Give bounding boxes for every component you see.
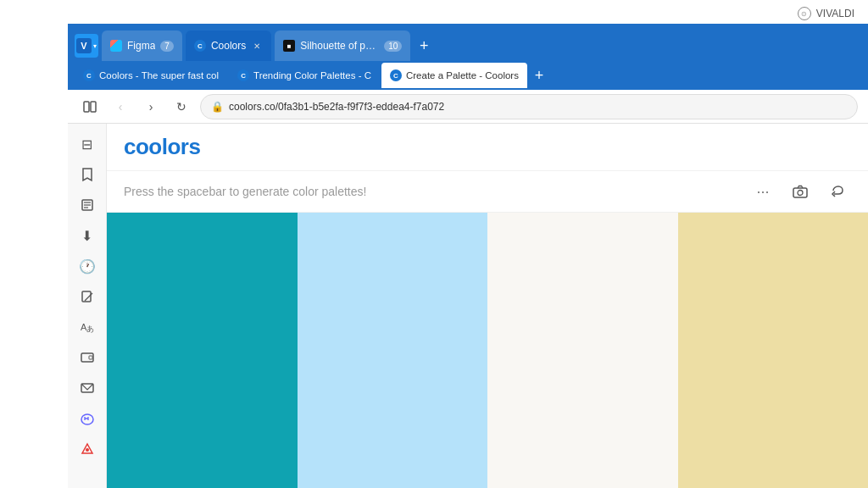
silhouette-tab-label: Silhouette of person st [300, 40, 379, 52]
sidebar-vivaldi-icon[interactable] [74, 435, 101, 463]
sub-tab-trending-label: Trending Color Palettes - C [253, 70, 371, 80]
vivaldi-v-icon: V [76, 38, 92, 53]
silhouette-favicon: ■ [283, 40, 295, 52]
silhouette-tab-count: 10 [384, 41, 402, 52]
navigation-bar: ‹ › ↻ 🔒 coolors.co/0fa3b1-b5e2fa-f9f7f3-… [68, 90, 868, 124]
swatch-off-white[interactable] [487, 213, 678, 488]
figma-tab-count: 7 [160, 41, 174, 52]
sidebar-bookmark-icon[interactable] [74, 161, 101, 188]
figma-tab-label: Figma [127, 40, 155, 52]
forward-button[interactable]: › [139, 95, 163, 119]
svg-point-16 [798, 191, 803, 196]
sidebar-history-icon[interactable]: 🕐 [74, 252, 101, 280]
sidebar-downloads-icon[interactable]: ⬇ [74, 222, 101, 249]
coolors-tab-label: Coolors [211, 40, 246, 52]
sub-tab-create-palette[interactable]: C Create a Palette - Coolors [381, 63, 527, 88]
sub-tab-create-favicon: C [390, 69, 402, 81]
page-content: coolors Press the spacebar to generate c… [107, 124, 868, 488]
vivaldi-menu-button[interactable]: V ▾ [75, 34, 98, 58]
reload-button[interactable]: ↻ [170, 95, 193, 119]
vivaldi-label: VIVALDI [816, 8, 854, 19]
sidebar-notes-icon[interactable] [74, 283, 101, 310]
svg-point-13 [81, 414, 93, 424]
sidebar-mail-icon[interactable] [74, 374, 101, 402]
tab-bar: V ▾ Figma 7 C Coolors ✕ ■ Silhouette of … [68, 24, 868, 61]
vivaldi-branding: ⊙ VIVALDI [784, 0, 868, 27]
svg-rect-1 [91, 102, 96, 112]
camera-icon [793, 185, 808, 198]
menu-arrow-icon: ▾ [93, 42, 97, 50]
svg-point-14 [86, 448, 89, 452]
sidebar-toggle-button[interactable] [78, 95, 102, 119]
browser-chrome: V ▾ Figma 7 C Coolors ✕ ■ Silhouette of … [68, 24, 868, 488]
swatch-tan[interactable] [678, 213, 869, 488]
sidebar-reading-list-icon[interactable] [74, 191, 101, 219]
figma-favicon [110, 40, 122, 52]
undo-icon [831, 185, 844, 198]
sub-tab-coolors-main[interactable]: C Coolors - The super fast col [75, 63, 227, 88]
sub-tab-coolors-main-label: Coolors - The super fast col [99, 70, 219, 80]
undo-button[interactable] [824, 178, 851, 205]
address-text: coolors.co/0fa3b1-b5e2fa-f9f7f3-eddea4-f… [229, 101, 847, 113]
color-palette [107, 213, 868, 488]
svg-rect-0 [84, 102, 89, 112]
coolors-toolbar: Press the spacebar to generate color pal… [107, 171, 868, 213]
sub-tab-bar: C Coolors - The super fast col C Trendin… [68, 61, 868, 90]
swatch-light-blue[interactable] [298, 213, 488, 488]
sidebar-panel-icon[interactable]: ⊟ [74, 130, 101, 158]
coolors-logo: coolors [124, 134, 851, 160]
swatch-teal[interactable] [107, 213, 298, 488]
back-button[interactable]: ‹ [108, 95, 132, 119]
svg-rect-10 [81, 353, 93, 362]
security-icon: 🔒 [211, 101, 224, 113]
more-options-button[interactable]: ··· [749, 178, 776, 205]
sidebar-toggle-icon [83, 100, 97, 114]
svg-rect-11 [89, 356, 92, 359]
svg-text:あ: あ [86, 324, 94, 333]
coolors-header: coolors [107, 124, 868, 171]
tab-figma[interactable]: Figma 7 [102, 30, 182, 61]
tab-coolors[interactable]: C Coolors ✕ [186, 30, 271, 61]
vivaldi-logo-icon: ⊙ [798, 7, 811, 20]
address-bar[interactable]: 🔒 coolors.co/0fa3b1-b5e2fa-f9f7f3-eddea4… [200, 94, 858, 119]
new-sub-tab-button[interactable]: + [529, 65, 549, 86]
sub-tab-trending[interactable]: C Trending Color Palettes - C [229, 63, 380, 88]
coolors-tab-close[interactable]: ✕ [251, 40, 263, 52]
sub-tab-coolors-favicon: C [83, 69, 95, 81]
sub-tab-create-label: Create a Palette - Coolors [406, 70, 519, 80]
sub-tab-trending-favicon: C [237, 69, 249, 81]
sidebar-mastodon-icon[interactable] [74, 405, 101, 432]
svg-rect-15 [793, 188, 807, 197]
sidebar-translate-icon[interactable]: Aあ [74, 313, 101, 341]
coolors-tab-favicon: C [194, 40, 206, 52]
main-layout: ⊟ ⬇ 🕐 Aあ [68, 124, 868, 488]
new-tab-button[interactable]: + [414, 36, 434, 56]
tab-silhouette[interactable]: ■ Silhouette of person st 10 [275, 30, 410, 61]
sidebar-wallet-icon[interactable] [74, 344, 101, 371]
browser-sidebar: ⊟ ⬇ 🕐 Aあ [68, 124, 107, 488]
spacebar-hint-text: Press the spacebar to generate color pal… [124, 185, 739, 198]
screenshot-button[interactable] [787, 178, 814, 205]
